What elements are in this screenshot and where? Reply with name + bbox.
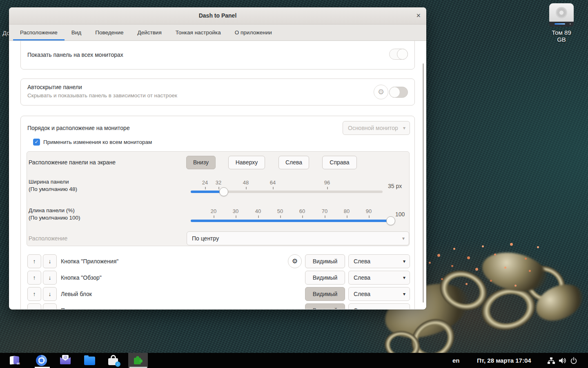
element-label: Кнопка "Приложения" [61, 254, 118, 268]
keyboard-layout-indicator[interactable]: en [452, 353, 460, 368]
width-slider-thumb[interactable] [219, 187, 228, 196]
chevron-down-icon: ▾ [403, 271, 405, 284]
alignment-label: Расположение [29, 235, 67, 242]
autohide-title: Автоскрытие панели [27, 84, 82, 90]
move-down-button[interactable]: ↓ [43, 271, 57, 285]
tab-fine-tune[interactable]: Тонкая настройка [169, 25, 228, 40]
move-up-button[interactable]: ↑ [27, 303, 41, 309]
taskbar-app-chromium[interactable] [36, 355, 47, 366]
width-slider-value: 35 px [388, 183, 402, 189]
settings-scroll-area: Показать панель на всех мониторах Автоск… [9, 41, 426, 309]
position-button-right[interactable]: Справа [322, 156, 357, 169]
panel-width-label: Ширина панели [29, 179, 69, 185]
tab-appearance[interactable]: Вид [65, 25, 88, 40]
visible-button[interactable]: Видимый [305, 271, 345, 285]
taskbar-app-extensions[interactable] [132, 355, 144, 366]
card-show-all-monitors: Показать панель на всех мониторах [20, 41, 415, 70]
apply-all-label: Применить изменения ко всем мониторам [43, 139, 152, 145]
power-button[interactable] [570, 353, 577, 368]
close-icon[interactable]: × [416, 7, 421, 24]
show-all-monitors-toggle[interactable] [389, 49, 408, 60]
taskbar-app-software[interactable]: ↓ [108, 355, 120, 366]
card-order-position: Порядок и расположение на мониторе Основ… [20, 116, 415, 309]
position-button-bottom[interactable]: Внизу [186, 156, 216, 169]
volume-icon [559, 357, 567, 364]
clock[interactable]: Пт, 28 марта 17:04 [477, 353, 531, 368]
tab-behavior[interactable]: Поведение [88, 25, 130, 40]
element-gear-icon[interactable]: ⚙ [288, 254, 302, 268]
width-tick-48: 48 [243, 180, 249, 186]
length-tick-90: 90 [366, 208, 372, 214]
visible-button[interactable]: Видимый [305, 287, 345, 301]
toggle-knob [397, 49, 408, 60]
move-down-button[interactable]: ↓ [43, 287, 57, 301]
element-position-dropdown[interactable]: Слева ▾ [348, 271, 410, 285]
tab-about[interactable]: О приложении [228, 25, 279, 40]
tab-location[interactable]: Расположение [13, 25, 65, 40]
panel-width-default-label: (По умолчанию 48) [29, 186, 77, 192]
desktop: { "icons": { "close": "×", "gear": "⚙", … [0, 0, 588, 368]
length-tick-60: 60 [299, 208, 305, 214]
move-down-button[interactable]: ↓ [43, 303, 57, 309]
chevron-down-icon: ▾ [403, 121, 405, 135]
length-slider-thumb[interactable] [386, 216, 395, 225]
volume-indicator[interactable] [559, 353, 567, 368]
desktop-icon-volume[interactable]: Том 89 GB [548, 3, 575, 27]
element-position-dropdown[interactable]: Слева ▾ [348, 254, 410, 268]
element-position-dropdown[interactable]: Слева ▾ [348, 287, 410, 301]
panel-position-group: Расположение панели на экране Внизу Наве… [27, 151, 410, 246]
taskbar-app-mail[interactable]: @ [60, 355, 71, 366]
length-slider-track[interactable] [191, 220, 391, 222]
visible-button[interactable]: Видимый [305, 303, 345, 309]
chromium-icon [36, 355, 47, 366]
toggle-knob [389, 87, 400, 98]
element-position-value: Слева [354, 291, 370, 297]
folder-icon [84, 357, 95, 365]
move-up-button[interactable]: ↑ [27, 254, 41, 268]
autohide-gear-icon[interactable]: ⚙ [374, 85, 388, 99]
length-tick-40: 40 [255, 208, 261, 214]
length-tick-50: 50 [277, 208, 283, 214]
width-tick-64: 64 [270, 180, 276, 186]
width-tick-96: 96 [324, 180, 330, 186]
monitor-dropdown-value: Основной монитор [348, 125, 398, 131]
tab-actions[interactable]: Действия [131, 25, 169, 40]
monitor-dropdown[interactable]: Основной монитор ▾ [343, 121, 410, 135]
move-down-button[interactable]: ↓ [43, 254, 57, 268]
element-position-dropdown[interactable]: Слева ▾ [348, 303, 410, 309]
power-icon [570, 357, 577, 364]
chevron-down-icon: ▾ [403, 255, 405, 268]
download-badge-icon: ↓ [115, 361, 120, 367]
apply-all-checkbox[interactable]: ✓ [33, 139, 40, 146]
card-autohide: Автоскрытие панели Скрывать и показывать… [20, 79, 415, 105]
network-indicator[interactable] [547, 353, 555, 368]
element-position-value: Слева [354, 258, 370, 265]
taskbar-app-myoffice[interactable]: oc [9, 355, 20, 366]
alignment-dropdown[interactable]: По центру ▾ [187, 231, 409, 245]
volume-label: Том 89 GB [548, 29, 575, 43]
order-label: Порядок и расположение на мониторе [27, 125, 130, 131]
width-tick-24: 24 [202, 180, 208, 186]
element-position-value: Слева [354, 307, 370, 309]
position-button-top[interactable]: Наверху [228, 156, 265, 169]
taskbar-app-files[interactable] [84, 355, 96, 366]
alignment-dropdown-value: По центру [192, 235, 219, 242]
screen-position-label: Расположение панели на экране [29, 159, 116, 166]
width-tick-32: 32 [216, 180, 221, 186]
element-label: Кнопка "Обзор" [61, 271, 102, 285]
dash-to-panel-window: Dash to Panel × Расположение Вид Поведен… [9, 7, 426, 310]
hard-drive-icon [548, 3, 575, 27]
element-label: Левый блок [61, 287, 92, 301]
taskbar: oc @ ↓ en Пт, 28 марта 17:04 [0, 353, 588, 368]
tab-bar: Расположение Вид Поведение Действия Тонк… [9, 25, 426, 41]
titlebar[interactable]: Dash to Panel × [9, 7, 426, 25]
move-up-button[interactable]: ↑ [27, 271, 41, 285]
position-button-left[interactable]: Слева [278, 156, 309, 169]
visible-button[interactable]: Видимый [305, 254, 345, 268]
length-tick-80: 80 [344, 208, 350, 214]
autohide-toggle[interactable] [389, 87, 408, 98]
panel-length-default-label: (По умолчанию 100) [29, 215, 80, 221]
chevron-down-icon: ▾ [403, 287, 405, 301]
scrollbar[interactable] [423, 63, 424, 303]
move-up-button[interactable]: ↑ [27, 287, 41, 301]
